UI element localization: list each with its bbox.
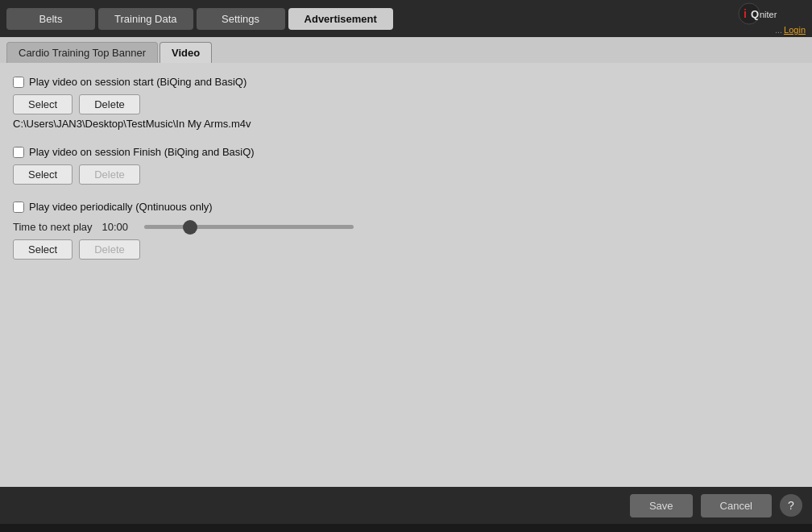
logo-area: i Q niter ... Login bbox=[738, 2, 806, 35]
session-finish-select-btn[interactable]: Select bbox=[13, 164, 72, 185]
sub-tab-cardio-banner[interactable]: Cardio Training Top Banner bbox=[6, 42, 158, 63]
tab-settings[interactable]: Settings bbox=[197, 8, 285, 30]
sub-tabs: Cardio Training Top Banner Video bbox=[0, 37, 812, 63]
session-finish-delete-btn[interactable]: Delete bbox=[79, 164, 140, 185]
periodic-btn-row: Select Delete bbox=[13, 239, 799, 260]
periodic-delete-btn[interactable]: Delete bbox=[79, 239, 140, 260]
sub-tab-video[interactable]: Video bbox=[160, 42, 212, 63]
login-link[interactable]: Login bbox=[784, 25, 806, 35]
session-finish-btn-row: Select Delete bbox=[13, 164, 799, 185]
session-finish-label[interactable]: Play video on session Finish (BiQing and… bbox=[13, 146, 799, 158]
session-start-delete-btn[interactable]: Delete bbox=[79, 94, 140, 114]
svg-text:niter: niter bbox=[760, 10, 777, 19]
session-start-label[interactable]: Play video on session start (BiQing and … bbox=[13, 76, 799, 88]
session-start-select-btn[interactable]: Select bbox=[13, 94, 72, 114]
app-logo: i Q niter bbox=[738, 2, 806, 25]
login-dots: ... bbox=[775, 25, 782, 35]
section-session-finish: Play video on session Finish (BiQing and… bbox=[13, 146, 799, 185]
session-start-text: Play video on session start (BiQing and … bbox=[29, 76, 246, 88]
periodic-label[interactable]: Play video periodically (Qntinuous only) bbox=[13, 201, 799, 213]
main-content: Play video on session start (BiQing and … bbox=[0, 63, 812, 487]
session-start-btn-row: Select Delete bbox=[13, 94, 799, 114]
periodic-select-btn[interactable]: Select bbox=[13, 239, 72, 260]
save-button[interactable]: Save bbox=[630, 494, 693, 517]
section-periodic: Play video periodically (Qntinuous only)… bbox=[13, 201, 799, 260]
svg-text:i: i bbox=[744, 7, 747, 20]
session-start-checkbox[interactable] bbox=[13, 77, 24, 88]
cancel-button[interactable]: Cancel bbox=[701, 494, 772, 517]
session-start-file-path: C:\Users\JAN3\Desktop\TestMusic\In My Ar… bbox=[13, 118, 799, 130]
tab-advertisement[interactable]: Advertisement bbox=[288, 8, 393, 30]
time-value: 10:00 bbox=[102, 221, 135, 233]
periodic-text: Play video periodically (Qntinuous only) bbox=[29, 201, 213, 213]
time-slider[interactable] bbox=[144, 225, 354, 229]
session-finish-checkbox[interactable] bbox=[13, 147, 24, 158]
login-row: ... Login bbox=[775, 25, 806, 35]
svg-text:Q: Q bbox=[751, 8, 759, 20]
time-next-play-label: Time to next play bbox=[13, 221, 93, 233]
bottom-bar: Save Cancel ? bbox=[0, 487, 812, 524]
section-session-start: Play video on session start (BiQing and … bbox=[13, 76, 799, 130]
top-nav-tabs: Belts Training Data Settings Advertiseme… bbox=[6, 8, 730, 30]
help-button[interactable]: ? bbox=[780, 494, 802, 517]
top-bar: Belts Training Data Settings Advertiseme… bbox=[0, 0, 812, 37]
time-row: Time to next play 10:00 bbox=[13, 221, 799, 233]
tab-belts[interactable]: Belts bbox=[6, 8, 95, 30]
periodic-checkbox[interactable] bbox=[13, 202, 24, 213]
session-finish-text: Play video on session Finish (BiQing and… bbox=[29, 146, 255, 158]
tab-training-data[interactable]: Training Data bbox=[98, 8, 193, 30]
